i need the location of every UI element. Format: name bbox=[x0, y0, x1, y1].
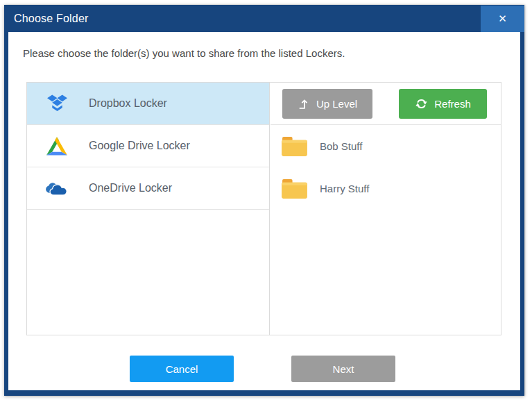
refresh-button[interactable]: Refresh bbox=[399, 89, 487, 119]
dialog-title: Choose Folder bbox=[4, 12, 89, 25]
choose-folder-dialog: Choose Folder ✕ Please choose the folder… bbox=[4, 5, 524, 396]
dialog-titlebar: Choose Folder ✕ bbox=[4, 5, 524, 32]
locker-item-onedrive[interactable]: OneDrive Locker bbox=[27, 167, 269, 210]
folder-item-label: Harry Stuff bbox=[320, 183, 369, 194]
google-drive-icon bbox=[43, 137, 71, 156]
close-icon: ✕ bbox=[498, 12, 507, 25]
screen: Choose Folder ✕ Please choose the folder… bbox=[0, 0, 532, 400]
up-level-label: Up Level bbox=[316, 98, 357, 110]
folder-icon bbox=[281, 178, 308, 199]
refresh-label: Refresh bbox=[434, 98, 471, 110]
onedrive-icon bbox=[43, 179, 71, 198]
refresh-icon bbox=[415, 97, 428, 110]
instruction-text: Please choose the folder(s) you want to … bbox=[23, 47, 345, 59]
folder-item-label: Bob Stuff bbox=[320, 140, 362, 152]
folder-pane: Up Level Refresh bbox=[271, 83, 501, 335]
folder-item-harry-stuff[interactable]: Harry Stuff bbox=[271, 167, 501, 210]
close-button[interactable]: ✕ bbox=[481, 6, 524, 32]
locker-item-dropbox[interactable]: Dropbox Locker bbox=[27, 83, 269, 125]
locker-browser: Dropbox Locker Google Drive Locker bbox=[26, 82, 501, 335]
locker-item-label: Google Drive Locker bbox=[89, 140, 190, 152]
cancel-button[interactable]: Cancel bbox=[130, 356, 234, 382]
locker-item-label: OneDrive Locker bbox=[89, 182, 172, 194]
up-level-button[interactable]: Up Level bbox=[282, 89, 372, 119]
folder-item-bob-stuff[interactable]: Bob Stuff bbox=[271, 125, 501, 167]
locker-item-label: Dropbox Locker bbox=[89, 97, 167, 110]
next-button[interactable]: Next bbox=[291, 356, 395, 382]
locker-item-google-drive[interactable]: Google Drive Locker bbox=[27, 125, 269, 167]
folder-pane-toolbar: Up Level Refresh bbox=[271, 83, 501, 125]
dropbox-icon bbox=[43, 94, 71, 113]
up-level-icon bbox=[298, 98, 310, 110]
dialog-content: Please choose the folder(s) you want to … bbox=[8, 32, 520, 390]
folder-icon bbox=[281, 135, 308, 157]
locker-list: Dropbox Locker Google Drive Locker bbox=[27, 83, 270, 335]
